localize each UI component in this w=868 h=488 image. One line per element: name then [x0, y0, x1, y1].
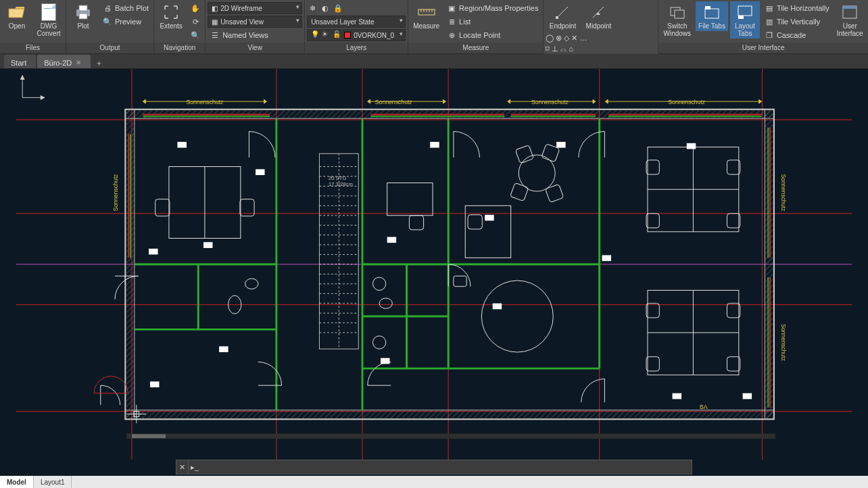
label-sun-r1: Sonnenschutz	[780, 174, 787, 212]
command-input[interactable]	[201, 463, 692, 471]
snap-ext-icon[interactable]: …	[579, 34, 587, 43]
preview-button[interactable]: 🔍 Preview	[100, 16, 151, 28]
current-layer-dropdown[interactable]: 💡 ☀ 🔓 0VORKON_0	[307, 29, 406, 41]
batch-plot-button[interactable]: 🖨 Batch Plot	[100, 2, 151, 14]
windows-icon	[668, 3, 687, 22]
visual-style-dropdown[interactable]: ◧2D Wireframe	[208, 2, 302, 14]
layer-tool-a[interactable]: ❄	[307, 2, 318, 14]
layout-tabstrip: Model Layout1	[0, 476, 868, 488]
svg-rect-119	[485, 215, 493, 221]
snap-quad-icon[interactable]: ◇	[564, 34, 569, 43]
layer-lock-icon: 🔒	[333, 3, 343, 13]
orbit-button[interactable]: ⟳	[188, 16, 203, 28]
tile-h-button[interactable]: ▤Tile Horizontally	[762, 2, 832, 14]
tab-model[interactable]: Model	[0, 476, 34, 488]
named-views-label: Named Views	[222, 31, 268, 39]
snap-near-icon[interactable]: ⌂	[569, 45, 573, 53]
open-button[interactable]: Open	[2, 1, 32, 31]
svg-rect-9	[738, 6, 752, 16]
tab-start[interactable]: Start	[4, 55, 36, 68]
endpoint-button[interactable]: Endpoint	[546, 1, 579, 31]
panel-measure: Measure ▣Region/Mass Properties ≣List ⊕L…	[408, 0, 544, 53]
new-tab-button[interactable]: ＋	[92, 57, 105, 68]
tab-layout1-label: Layout1	[41, 479, 65, 486]
svg-rect-125	[381, 358, 389, 364]
layer-state-value: Unsaved Layer State	[311, 18, 374, 26]
zoom-icon: 🔍	[191, 30, 200, 40]
pan-button[interactable]: ✋	[188, 2, 203, 14]
extents-button[interactable]: Extents	[156, 1, 186, 31]
cascade-label: Cascade	[777, 31, 806, 39]
panel-view: ◧2D Wireframe ▦Unsaved View ☰Named Views…	[206, 0, 305, 53]
layer-state-dropdown[interactable]: Unsaved Layer State	[307, 16, 406, 28]
layer-tool-b[interactable]: ◐	[320, 2, 331, 14]
zoom-button[interactable]: 🔍	[188, 29, 203, 41]
svg-rect-104	[646, 357, 659, 371]
saved-view-dropdown[interactable]: ▦Unsaved View	[208, 16, 302, 28]
snap-center-icon[interactable]: ◯	[546, 34, 554, 43]
region-button[interactable]: ▣Region/Mass Properties	[444, 2, 541, 14]
plot-button[interactable]: Plot	[68, 1, 98, 31]
command-line: ✕ ▸_	[176, 460, 692, 474]
layer-tool-c[interactable]: 🔒	[333, 2, 343, 14]
switch-windows-button[interactable]: Switch Windows	[660, 1, 694, 39]
midpoint-button[interactable]: Midpoint	[581, 1, 615, 31]
panel-title-files: Files	[0, 43, 66, 53]
panel-title-ui: User Interface	[658, 43, 867, 53]
svg-rect-90	[546, 184, 564, 202]
printer-icon	[74, 3, 93, 22]
drawing-canvas[interactable]: Sonnenschutz Sonnenschutz Sonnenschutz S…	[0, 69, 868, 460]
svg-rect-6	[675, 10, 684, 18]
locate-point-button[interactable]: ⊕Locate Point	[444, 29, 541, 41]
tab-layout1[interactable]: Layout1	[34, 476, 72, 488]
svg-rect-87	[515, 145, 533, 164]
label-stair-dim: 17,3/28cm	[329, 181, 353, 187]
magnifier-icon: 🔍	[103, 17, 112, 26]
measure-button[interactable]: Measure	[410, 1, 442, 31]
ruler-icon	[417, 3, 436, 22]
sun-icon: ☀	[322, 30, 331, 40]
svg-rect-82	[387, 183, 433, 216]
named-views-button[interactable]: ☰Named Views	[208, 29, 302, 41]
cascade-icon: ❐	[765, 30, 774, 40]
snap-tan-icon[interactable]: ⌓	[560, 45, 566, 53]
tile-v-button[interactable]: ▥Tile Vertically	[762, 16, 832, 28]
svg-rect-29	[125, 410, 773, 419]
midpoint-label: Midpoint	[586, 22, 612, 30]
floorplan-svg: Sonnenschutz Sonnenschutz Sonnenschutz S…	[0, 69, 868, 460]
endpoint-icon	[553, 3, 572, 22]
snap-perp-icon[interactable]: ⊥	[552, 45, 558, 53]
close-icon[interactable]: ✕	[76, 59, 81, 66]
tile-h-label: Tile Horizontally	[777, 4, 829, 12]
snap-node-icon[interactable]: ⊗	[556, 34, 562, 43]
svg-rect-4	[556, 16, 558, 19]
printer-small-icon: 🖨	[103, 3, 112, 13]
list-icon: ≣	[447, 17, 456, 26]
layer-off-icon: ◐	[320, 3, 330, 13]
svg-rect-111	[454, 276, 466, 286]
svg-rect-121	[602, 255, 611, 262]
svg-rect-97	[646, 214, 659, 228]
lock-icon: 🔓	[333, 30, 342, 40]
label-sun-2: Sonnenschutz	[375, 99, 413, 105]
layout-tabs-button[interactable]: Layout Tabs	[730, 1, 760, 39]
svg-point-108	[372, 277, 385, 290]
orbit-icon: ⟳	[191, 17, 200, 26]
switch-windows-label: Switch Windows	[663, 22, 691, 37]
label-stair: 20 STG	[329, 175, 347, 181]
panel-title-navigation: Navigation	[154, 43, 205, 53]
file-tabs-button[interactable]: File Tabs	[696, 1, 728, 31]
tab-document[interactable]: Büro-2D ✕	[37, 55, 91, 68]
file-tabs-icon	[702, 3, 721, 22]
h-scrollbar-thumb[interactable]	[132, 434, 166, 438]
list-button[interactable]: ≣List	[444, 16, 541, 28]
dwg-convert-button[interactable]: DWG Convert	[34, 1, 64, 39]
snap-int-icon[interactable]: ✕	[571, 34, 577, 43]
command-close-button[interactable]: ✕	[176, 460, 189, 474]
svg-rect-12	[843, 6, 857, 9]
user-interface-button[interactable]: User Interface	[834, 1, 866, 39]
command-prompt-icon: ▸_	[189, 460, 201, 474]
cascade-button[interactable]: ❐Cascade	[762, 29, 832, 41]
tile-v-icon: ▥	[765, 17, 774, 26]
snap-ins-icon[interactable]: ⌑	[546, 45, 550, 53]
